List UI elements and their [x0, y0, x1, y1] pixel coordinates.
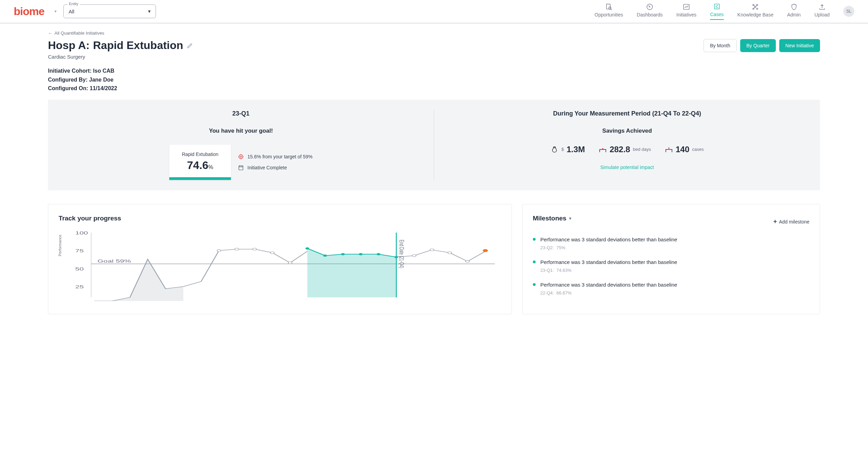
chevron-down-icon: ▾ [148, 8, 151, 14]
svg-point-33 [305, 247, 309, 249]
chart-line-post [396, 250, 486, 262]
breadcrumb[interactable]: ← All Quantifiable Initiatives [48, 31, 820, 36]
savings-cases: 140 cases [665, 145, 704, 154]
chevron-down-icon: ▾ [569, 216, 571, 221]
nav: Opportunities Dashboards Initiatives Cas… [595, 3, 854, 20]
milestones-header: Milestones ▾ + Add milestone [533, 215, 809, 229]
entity-label: Entity [68, 2, 80, 6]
stats-right-heading: During Your Measurement Period (21-Q4 To… [553, 110, 701, 117]
svg-point-9 [757, 4, 758, 6]
stats-left-subheading: You have hit your goal! [209, 128, 273, 134]
milestone-dot-icon [533, 261, 536, 263]
gauge-icon [646, 3, 653, 11]
svg-point-35 [341, 253, 345, 255]
stats-panel: 23-Q1 You have hit your goal! Rapid Extu… [48, 100, 820, 190]
svg-point-42 [466, 260, 469, 262]
chart-line-baseline [94, 249, 307, 301]
progress-title: Track your progress [59, 215, 501, 222]
progress-panel: Track your progress Performance 100 75 5… [48, 204, 512, 314]
entity-value: All [69, 9, 74, 14]
stat-details: 15.6% from your target of 59% Initiative… [238, 154, 313, 171]
calendar-icon [238, 165, 244, 171]
svg-point-39 [412, 254, 416, 256]
stats-left-heading: 23-Q1 [232, 110, 249, 117]
svg-point-40 [430, 249, 434, 251]
stats-left-row: Rapid Extubation 74.6% 15.6% from your t… [169, 145, 313, 180]
by-quarter-button[interactable]: By Quarter [740, 39, 776, 52]
nav-admin[interactable]: Admin [787, 3, 801, 20]
svg-point-12 [755, 6, 756, 8]
savings-row: $ 1.3M 282.8 bed days 140 cases [550, 145, 704, 154]
simulate-link[interactable]: Simulate potential impact [600, 165, 654, 170]
view-buttons: By Month By Quarter New Initiative [704, 39, 820, 52]
svg-point-17 [239, 155, 243, 159]
stat-card-label: Rapid Extubation [180, 152, 221, 157]
svg-point-37 [377, 253, 380, 255]
milestones-title[interactable]: Milestones ▾ [533, 215, 571, 222]
logo: biome [14, 5, 44, 18]
stat-detail-target: 15.6% from your target of 59% [238, 154, 313, 160]
nav-knowledge-base[interactable]: Knowledge Base [737, 3, 773, 20]
tick-25: 25 [75, 285, 84, 289]
main: ← All Quantifiable Initiatives Hosp A: R… [0, 24, 868, 321]
svg-point-31 [270, 252, 274, 254]
subtitle: Cardiac Surgery [48, 54, 193, 60]
y-axis-label: Performance [58, 234, 62, 256]
tick-50: 50 [75, 266, 84, 271]
milestones-panel: Milestones ▾ + Add milestone Performance… [522, 204, 820, 314]
svg-rect-6 [714, 4, 720, 9]
bed-icon [599, 145, 607, 154]
svg-line-2 [611, 9, 612, 10]
shield-icon [790, 3, 798, 11]
meta-block: Initiative Cohort: Iso CAB Configured By… [48, 67, 820, 93]
arrow-left-icon: ← [48, 31, 52, 36]
stat-card-bar [169, 177, 231, 180]
stats-right-subheading: Savings Achieved [602, 128, 652, 134]
end-date-label: End Date (21-Q4) [398, 240, 405, 268]
nav-dashboards[interactable]: Dashboards [637, 3, 663, 20]
stat-card: Rapid Extubation 74.6% [169, 145, 231, 180]
svg-point-36 [359, 253, 363, 255]
svg-point-11 [757, 8, 758, 10]
milestone-dot-icon [533, 283, 536, 286]
entity-select[interactable]: Entity All ▾ [63, 4, 156, 18]
money-bag-icon [550, 145, 559, 154]
target-icon [238, 154, 244, 160]
milestone-item: Performance was 3 standard deviations be… [533, 281, 809, 295]
svg-point-28 [217, 250, 221, 252]
network-icon [751, 3, 759, 11]
avatar[interactable]: SL [843, 6, 854, 17]
chart-svg: 100 75 50 25 Goal 59% [69, 229, 501, 301]
tick-75: 75 [75, 249, 84, 253]
plus-icon: + [773, 218, 777, 225]
title-block: Hosp A: Rapid Extubation Cardiac Surgery [48, 39, 193, 60]
nav-upload[interactable]: Upload [815, 3, 830, 20]
goal-label: Goal 59% [97, 258, 131, 263]
tick-100: 100 [75, 230, 88, 235]
title-row: Hosp A: Rapid Extubation Cardiac Surgery… [48, 39, 820, 60]
milestone-dot-icon [533, 238, 536, 241]
svg-point-4 [649, 7, 650, 7]
savings-money: $ 1.3M [550, 145, 585, 154]
edit-icon[interactable] [187, 43, 193, 49]
nav-cases[interactable]: Cases [710, 3, 724, 20]
svg-line-13 [754, 5, 755, 7]
milestone-item: Performance was 3 standard deviations be… [533, 258, 809, 273]
svg-point-18 [240, 156, 242, 158]
nav-opportunities[interactable]: Opportunities [595, 3, 623, 20]
new-initiative-button[interactable]: New Initiative [779, 39, 820, 52]
nav-initiatives[interactable]: Initiatives [676, 3, 696, 20]
logo-dropdown-icon[interactable]: ▾ [54, 9, 57, 14]
chart: Performance 100 75 50 25 Goal 59% [69, 229, 501, 301]
bed-plus-icon [665, 145, 673, 154]
svg-rect-0 [606, 4, 610, 9]
header: biome ▾ Entity All ▾ Opportunities Dashb… [0, 0, 868, 24]
by-month-button[interactable]: By Month [704, 39, 737, 52]
stats-right: During Your Measurement Period (21-Q4 To… [434, 110, 820, 180]
svg-point-10 [753, 8, 754, 10]
svg-point-8 [753, 4, 754, 6]
lower-panels: Track your progress Performance 100 75 5… [48, 204, 820, 314]
stat-detail-complete: Initiative Complete [238, 165, 313, 171]
svg-point-30 [253, 248, 256, 250]
add-milestone-button[interactable]: + Add milestone [773, 218, 809, 225]
